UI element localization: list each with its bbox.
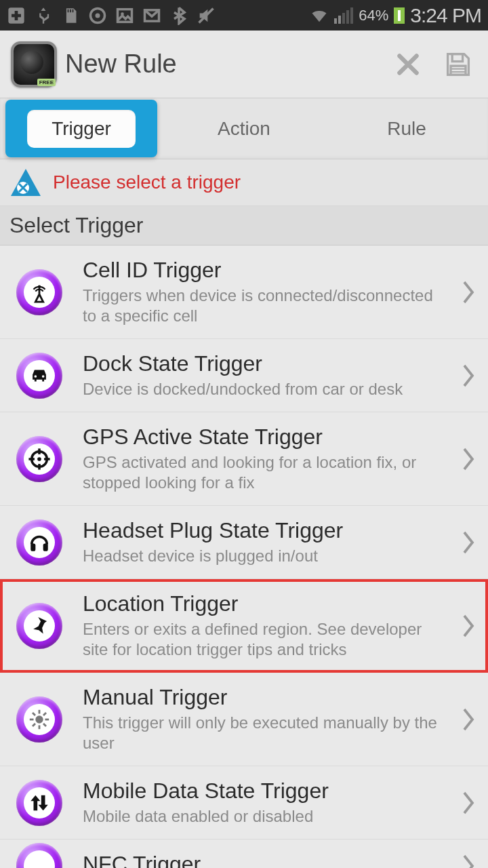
item-title: GPS Active State Trigger: [83, 425, 450, 450]
sd-card-icon: [61, 6, 80, 25]
status-icons-left: [7, 6, 216, 25]
item-title: Mobile Data State Trigger: [83, 778, 450, 804]
tab-rule-label: Rule: [387, 118, 426, 140]
svg-point-14: [38, 285, 41, 288]
item-desc: Enters or exits a defined region. See de…: [83, 619, 450, 660]
wifi-icon: [310, 6, 329, 25]
warning-text: Please select a trigger: [53, 172, 241, 193]
section-header: Select Trigger: [0, 206, 488, 245]
svg-rect-27: [45, 718, 49, 720]
trigger-manual[interactable]: Manual Trigger This trigger will only be…: [0, 673, 488, 766]
app-header: New Rule: [0, 31, 488, 98]
tab-action-label: Action: [218, 118, 270, 140]
bluetooth-icon: [169, 6, 188, 25]
svg-rect-22: [43, 543, 48, 551]
trigger-location[interactable]: Location Trigger Enters or exits a defin…: [0, 579, 488, 673]
item-desc: GPS activated and looking for a location…: [83, 452, 450, 493]
tab-action[interactable]: Action: [163, 98, 325, 159]
svg-rect-10: [451, 66, 466, 75]
image-icon: [115, 6, 134, 25]
svg-rect-31: [43, 723, 47, 727]
car-icon: [16, 353, 62, 399]
chevron-right-icon: [457, 522, 480, 563]
chevron-right-icon: [457, 783, 480, 823]
arrows-up-down-icon: [16, 780, 62, 826]
status-icons-right: 64% 3:24 PM: [310, 4, 481, 27]
trigger-gps-state[interactable]: GPS Active State Trigger GPS activated a…: [0, 412, 488, 506]
crosshair-icon: [16, 436, 62, 482]
trigger-mobile-data[interactable]: Mobile Data State Trigger Mobile data en…: [0, 766, 488, 840]
item-title: Location Trigger: [83, 591, 450, 616]
cell-tower-icon: [16, 269, 62, 315]
cancel-button[interactable]: [389, 45, 427, 83]
svg-rect-29: [32, 723, 36, 727]
svg-rect-28: [43, 711, 47, 715]
usb-icon: [34, 6, 53, 25]
trigger-headset[interactable]: Headset Plug State Trigger Headset devic…: [0, 506, 488, 579]
chevron-right-icon: [457, 355, 480, 396]
svg-point-23: [35, 715, 43, 723]
svg-rect-2: [12, 14, 21, 17]
svg-point-20: [37, 457, 41, 461]
svg-rect-25: [39, 725, 41, 729]
warning-row: Please select a trigger: [0, 159, 488, 206]
chevron-right-icon: [457, 606, 480, 646]
chevron-right-icon: [457, 699, 480, 740]
item-desc: Triggers when device is connected/discon…: [83, 285, 450, 326]
item-title: Cell ID Trigger: [83, 258, 450, 283]
tab-bar: Trigger Action Rule: [0, 98, 488, 159]
svg-rect-26: [30, 718, 34, 720]
chevron-right-icon: [457, 846, 480, 869]
item-title: Manual Trigger: [83, 685, 450, 710]
save-icon: [443, 50, 473, 79]
chevron-right-icon: [457, 439, 480, 479]
item-title: NFC Trigger: [83, 852, 450, 868]
tab-trigger-label: Trigger: [27, 110, 136, 148]
mute-icon: [197, 6, 216, 25]
plus-box-icon: [7, 6, 26, 25]
chevron-right-icon: [457, 272, 480, 313]
item-title: Headset Plug State Trigger: [83, 518, 450, 543]
status-clock: 3:24 PM: [410, 4, 481, 27]
trigger-nfc[interactable]: NFC Trigger: [0, 840, 488, 868]
svg-rect-30: [32, 711, 36, 715]
gear-icon: [16, 696, 62, 743]
nfc-icon: [16, 843, 62, 869]
save-button[interactable]: [439, 45, 477, 83]
signal-icon: [334, 7, 353, 24]
svg-rect-24: [39, 709, 41, 713]
pin-icon: [16, 603, 62, 649]
svg-point-4: [96, 13, 100, 18]
trigger-cell-id[interactable]: Cell ID Trigger Triggers when device is …: [0, 245, 488, 339]
item-desc: Mobile data enabled or disabled: [83, 806, 450, 827]
svg-rect-5: [118, 9, 132, 22]
trigger-list: Cell ID Trigger Triggers when device is …: [0, 245, 488, 868]
warning-icon: [9, 166, 42, 199]
headphones-icon: [16, 519, 62, 566]
tab-rule[interactable]: Rule: [325, 98, 488, 159]
battery-percentage: 64%: [359, 7, 388, 24]
svg-rect-9: [452, 54, 462, 61]
page-title: New Rule: [65, 50, 377, 79]
close-icon: [394, 50, 422, 79]
app-icon: [11, 41, 57, 87]
tab-trigger[interactable]: Trigger: [0, 98, 163, 159]
status-bar: 64% 3:24 PM: [0, 0, 488, 31]
trigger-dock-state[interactable]: Dock State Trigger Device is docked/undo…: [0, 339, 488, 412]
item-desc: Headset device is plugged in/out: [83, 546, 450, 566]
gmail-icon: [142, 6, 161, 25]
item-title: Dock State Trigger: [83, 351, 450, 376]
item-desc: Device is docked/undocked from car or de…: [83, 379, 450, 399]
battery-icon: [394, 7, 405, 24]
svg-rect-21: [30, 543, 35, 551]
target-icon: [88, 6, 107, 25]
item-desc: This trigger will only be executed manua…: [83, 713, 450, 753]
